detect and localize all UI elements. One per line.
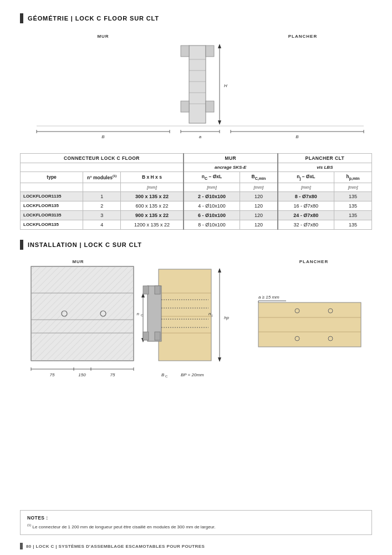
table-cell: LOCKFLOOR1135 — [21, 191, 83, 201]
table-cell: 120 — [240, 191, 278, 201]
svg-text:a: a — [199, 134, 202, 139]
svg-text:a ≥ 15 mm: a ≥ 15 mm — [258, 295, 279, 300]
table-cell: 600 x 135 x 22 — [121, 201, 184, 210]
table-cell: 135 — [334, 191, 372, 201]
svg-text:C: C — [141, 314, 144, 317]
svg-text:150: 150 — [78, 372, 86, 377]
table-cell: 2 — [83, 201, 121, 210]
svg-rect-18 — [181, 101, 189, 112]
table-cell: LOCKFLOOR135 — [21, 220, 83, 229]
svg-marker-69 — [218, 268, 221, 273]
svg-text:B: B — [161, 372, 165, 377]
table-cell: 120 — [240, 210, 278, 220]
table-cell: LOCKFLOOR135 — [21, 201, 83, 210]
section1-title: GÉOMÉTRIE | LOCK C FLOOR SUR CLT — [28, 15, 159, 22]
svg-text:n: n — [137, 311, 140, 316]
table-cell: 3 — [83, 210, 121, 220]
table-cell: 120 — [240, 201, 278, 210]
section2-header: INSTALLATION | LOCK C SUR CLT — [20, 240, 372, 250]
svg-marker-26 — [218, 44, 221, 48]
svg-text:H: H — [224, 83, 227, 88]
sub-plancher: vis LBS — [278, 163, 372, 172]
table-row: LOCKFLOOR1352600 x 135 x 224 - Ø10x10012… — [21, 201, 372, 210]
table-cell: 8 - Ø7x80 — [278, 191, 334, 201]
svg-rect-59 — [155, 332, 160, 340]
table-cell: 4 - Ø10x100 — [184, 201, 240, 210]
table-cell: 16 - Ø7x80 — [278, 201, 334, 210]
svg-rect-51 — [159, 269, 211, 361]
svg-marker-27 — [218, 120, 221, 125]
svg-rect-15 — [189, 46, 206, 123]
col-plancher-header: PLANCHER CLT — [278, 154, 372, 163]
note-1: (1) Le connecteur de 1 200 mm de longueu… — [27, 524, 216, 529]
svg-text:BP = 20mm: BP = 20mm — [181, 372, 204, 377]
table-cell: 120 — [240, 220, 278, 229]
table-cell: 900 x 135 x 22 — [121, 210, 184, 220]
svg-text:PLANCHER: PLANCHER — [299, 259, 328, 264]
col-mur-header: MUR — [184, 154, 278, 163]
table-cell: 135 — [334, 220, 372, 229]
table-cell: 1 — [83, 191, 121, 201]
footer-bar — [20, 543, 23, 549]
svg-rect-33 — [31, 266, 134, 361]
geometry-diagram: MUR PLANCHER B a B — [20, 29, 372, 145]
table-cell: 8 - Ø10x100 — [184, 220, 240, 229]
footer-text: 80 | LOCK C | SYSTÈMES D'ASSEMBLAGE ESCA… — [26, 544, 205, 549]
section1-header: GÉOMÉTRIE | LOCK C FLOOR SUR CLT — [20, 13, 372, 23]
table-cell: 2 - Ø10x100 — [184, 191, 240, 201]
notes-title: NOTES : — [27, 515, 365, 521]
section2-title: INSTALLATION | LOCK C SUR CLT — [28, 241, 142, 248]
table-cell: 1200 x 135 x 22 — [121, 220, 184, 229]
table-row: LOCKFLOOR13541200 x 135 x 228 - Ø10x1001… — [21, 220, 372, 229]
svg-text:C: C — [165, 375, 168, 378]
svg-text:MUR: MUR — [72, 259, 84, 264]
table-row: LOCKFLOOR11351300 x 135 x 222 - Ø10x1001… — [21, 191, 372, 201]
table-cell: 4 — [83, 220, 121, 229]
col-connector-header: CONNECTEUR LOCK C FLOOR — [21, 154, 184, 163]
svg-text:B: B — [296, 134, 299, 139]
table-cell: 135 — [334, 201, 372, 210]
data-table: CONNECTEUR LOCK C FLOOR MUR PLANCHER CLT… — [20, 153, 372, 230]
svg-text:j: j — [211, 314, 212, 317]
notes-section: NOTES : (1) Le connecteur de 1 200 mm de… — [20, 510, 372, 535]
svg-text:hp: hp — [224, 315, 229, 320]
table-cell: 135 — [334, 210, 372, 220]
svg-rect-17 — [206, 46, 214, 57]
svg-marker-70 — [218, 357, 221, 362]
svg-text:75: 75 — [50, 372, 55, 377]
footer: 80 | LOCK C | SYSTÈMES D'ASSEMBLAGE ESCA… — [20, 543, 372, 549]
notes-content: (1) Le connecteur de 1 200 mm de longueu… — [27, 523, 365, 530]
section-bar-1 — [20, 13, 23, 23]
svg-text:75: 75 — [110, 372, 115, 377]
svg-rect-56 — [143, 286, 149, 294]
table-section: CONNECTEUR LOCK C FLOOR MUR PLANCHER CLT… — [20, 153, 372, 230]
th-nj: nj – ØxL — [278, 172, 334, 183]
th-bhs: B x H x s — [121, 172, 184, 183]
install-diagram: MUR PLANCHER — [20, 255, 372, 383]
installation-section: INSTALLATION | LOCK C SUR CLT MUR PLANCH… — [20, 240, 372, 383]
table-cell: 32 - Ø7x80 — [278, 220, 334, 229]
th-hpmin: hp,min — [334, 172, 372, 183]
table-cell: LOCKFLOOR3135 — [21, 210, 83, 220]
th-bcmin: BC,min — [240, 172, 278, 183]
svg-text:n: n — [208, 311, 211, 316]
th-nc: nC – ØxL — [184, 172, 240, 183]
sub-mur: ancrage SKS-E — [184, 163, 278, 172]
svg-rect-58 — [143, 332, 149, 340]
svg-text:MUR: MUR — [97, 34, 109, 39]
svg-rect-75 — [258, 302, 361, 347]
svg-text:B: B — [101, 134, 105, 139]
section-bar-2 — [20, 240, 23, 250]
svg-rect-19 — [206, 101, 214, 112]
table-row: LOCKFLOOR31353900 x 135 x 226 - Ø10x1001… — [21, 210, 372, 220]
svg-rect-57 — [155, 286, 160, 294]
svg-text:PLANCHER: PLANCHER — [288, 34, 317, 39]
table-cell: 300 x 135 x 22 — [121, 191, 184, 201]
table-cell: 24 - Ø7x80 — [278, 210, 334, 220]
th-modules: n° modules(1) — [83, 172, 121, 183]
svg-rect-16 — [181, 46, 189, 57]
th-type: type — [21, 172, 83, 183]
table-cell: 6 - Ø10x100 — [184, 210, 240, 220]
